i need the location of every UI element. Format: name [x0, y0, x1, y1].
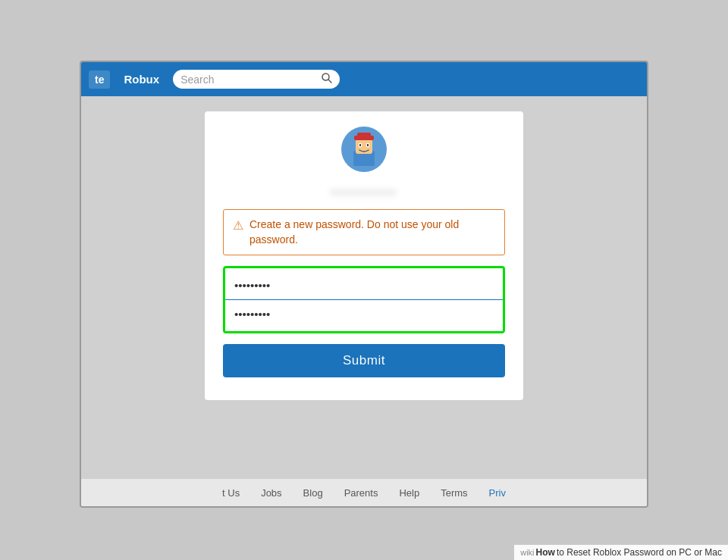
- footer-link-about[interactable]: t Us: [222, 487, 240, 499]
- center-card: •••••••••••• ⚠ Create a new password. Do…: [205, 111, 523, 400]
- search-bar[interactable]: [173, 70, 340, 89]
- footer-link-privacy[interactable]: Priv: [489, 487, 506, 499]
- avatar: [341, 127, 387, 172]
- password-fields-container: [223, 266, 505, 333]
- wiki-prefix: wiki: [520, 548, 534, 557]
- svg-rect-8: [367, 144, 369, 146]
- confirm-password-input[interactable]: [225, 300, 503, 328]
- screenshot-frame: te Robux: [80, 61, 648, 508]
- wiki-how-bold: How: [536, 547, 555, 558]
- new-password-input[interactable]: [225, 271, 503, 300]
- svg-line-1: [328, 80, 331, 83]
- footer-link-jobs[interactable]: Jobs: [261, 487, 281, 499]
- footer-link-terms[interactable]: Terms: [441, 487, 467, 499]
- footer-link-help[interactable]: Help: [399, 487, 419, 499]
- footer-link-parents[interactable]: Parents: [344, 487, 378, 499]
- footer-link-blog[interactable]: Blog: [303, 487, 323, 499]
- warning-text: Create a new password. Do not use your o…: [249, 217, 495, 247]
- nav-tab[interactable]: te: [89, 70, 110, 89]
- wikihow-text: to Reset Roblox Password on PC or Mac: [557, 547, 722, 558]
- wikihow-bar: wiki How to Reset Roblox Password on PC …: [514, 545, 728, 560]
- footer: t Us Jobs Blog Parents Help Terms Priv: [81, 479, 647, 506]
- search-input[interactable]: [180, 74, 317, 86]
- warning-icon: ⚠: [233, 218, 243, 233]
- search-icon: [322, 73, 332, 86]
- warning-box: ⚠ Create a new password. Do not use your…: [223, 209, 505, 255]
- svg-rect-10: [357, 133, 371, 139]
- nav-robux[interactable]: Robux: [118, 70, 165, 89]
- svg-rect-7: [359, 144, 361, 146]
- nav-bar: te Robux: [81, 62, 647, 96]
- submit-button[interactable]: Submit: [223, 344, 505, 377]
- main-content: •••••••••••• ⚠ Create a new password. Do…: [81, 96, 647, 506]
- blurred-username: ••••••••••••: [331, 186, 397, 199]
